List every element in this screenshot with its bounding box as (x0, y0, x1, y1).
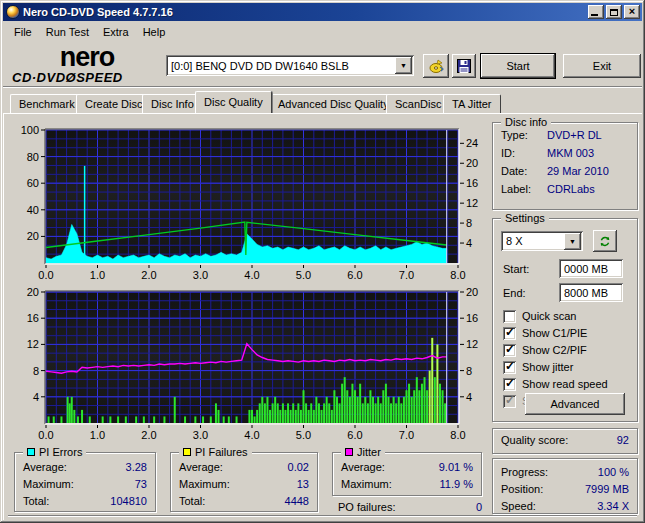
settings-group: Settings 8 X ▼ Start: 0000 MB End: 8000 … (492, 218, 638, 422)
svg-text:8.0: 8.0 (450, 269, 465, 281)
minimize-icon (591, 14, 598, 16)
menu-file[interactable]: File (7, 24, 39, 40)
scan-speed-select[interactable]: 8 X ▼ (501, 231, 583, 251)
stat-row: Average:3.28 (23, 461, 147, 473)
end-field[interactable]: 8000 MB (559, 283, 623, 302)
title-bar: Nero CD-DVD Speed 4.7.7.16 × (3, 3, 642, 21)
tab-advanced-disc-quality[interactable]: Advanced Disc Quality (269, 94, 398, 113)
tab-scandisc[interactable]: ScanDisc (386, 94, 450, 113)
stat-row: Maximum:11.9 % (341, 478, 473, 490)
svg-text:7.0: 7.0 (399, 429, 414, 441)
refresh-icon (599, 235, 611, 248)
drive-select[interactable]: [0:0] BENQ DVD DD DW1640 BSLB ▼ (166, 55, 414, 76)
tab-benchmark[interactable]: Benchmark (10, 94, 84, 113)
svg-text:6.0: 6.0 (347, 429, 362, 441)
po-failures-row: PO failures: 0 (338, 501, 482, 513)
svg-text:4.0: 4.0 (244, 429, 259, 441)
svg-text:20: 20 (466, 286, 478, 298)
menu-extra[interactable]: Extra (96, 24, 136, 40)
disc-info-group: Disc info Type:DVD+R DL ID:MKM 003 Date:… (492, 122, 638, 210)
checkbox-icon (503, 327, 516, 340)
scan-speed-value: 8 X (501, 235, 564, 247)
svg-text:1.0: 1.0 (90, 269, 105, 281)
stat-row: Average:9.01 % (341, 461, 473, 473)
tab-disc-quality[interactable]: Disc Quality (195, 91, 272, 113)
stat-row: Average:0.02 (179, 461, 309, 473)
progress-row: Position:7999 MB (501, 483, 629, 495)
app-icon (6, 5, 20, 19)
checkbox-icon (503, 344, 516, 357)
svg-text:20: 20 (27, 230, 39, 242)
start-button[interactable]: Start (481, 54, 555, 78)
svg-text:80: 80 (27, 151, 39, 163)
start-field[interactable]: 0000 MB (559, 259, 623, 278)
eject-disc-button[interactable] (423, 54, 449, 78)
disc-info-title: Disc info (505, 116, 547, 128)
svg-text:3.0: 3.0 (193, 269, 208, 281)
checkbox-show-jitter[interactable]: Show jitter (503, 360, 573, 374)
checkbox-show-c2-pif[interactable]: Show C2/PIF (503, 343, 587, 357)
svg-text:2.0: 2.0 (141, 269, 156, 281)
svg-text:20: 20 (27, 286, 39, 298)
tab-ta-jitter[interactable]: TA Jitter (443, 94, 501, 113)
svg-text:2.0: 2.0 (141, 429, 156, 441)
minimize-button[interactable] (588, 5, 604, 19)
scan-speed-arrow[interactable]: ▼ (564, 233, 581, 250)
tab-create-disc[interactable]: Create Disc (76, 94, 151, 113)
svg-text:12: 12 (466, 197, 478, 209)
chevron-down-icon: ▼ (569, 238, 576, 245)
svg-text:3.0: 3.0 (193, 429, 208, 441)
close-icon: × (629, 6, 635, 17)
bottom-separator (8, 515, 637, 517)
pi-failures-legend-swatch (183, 448, 191, 456)
disc-info-row: Date:29 Mar 2010 (501, 165, 629, 177)
close-button[interactable]: × (624, 5, 640, 19)
tab-disc-info[interactable]: Disc Info (142, 94, 203, 113)
tab-strip: Benchmark Create Disc Disc Info Disc Qua… (8, 91, 642, 113)
svg-text:4: 4 (33, 391, 39, 403)
stat-row: Maximum:13 (179, 478, 309, 490)
stat-row: Total:104810 (23, 495, 147, 507)
save-icon (457, 59, 471, 73)
checkbox-show-read-speed[interactable]: Show read speed (503, 377, 608, 391)
svg-text:16: 16 (466, 312, 478, 324)
svg-text:8: 8 (33, 365, 39, 377)
disc-eject-icon (428, 58, 445, 75)
svg-text:8: 8 (466, 365, 472, 377)
maximize-button[interactable] (606, 5, 622, 19)
checkbox-quick-scan[interactable]: Quick scan (503, 309, 576, 323)
exit-button[interactable]: Exit (563, 54, 641, 78)
progress-row: Speed:3.34 X (501, 500, 629, 512)
end-field-label: End: (503, 287, 526, 299)
svg-text:24: 24 (466, 137, 478, 149)
menu-help[interactable]: Help (136, 24, 173, 40)
pi-errors-chart: 2040608010048121620240.01.02.03.04.05.06… (10, 117, 486, 281)
svg-text:7.0: 7.0 (399, 269, 414, 281)
checkbox-icon (503, 395, 516, 408)
save-button[interactable] (452, 54, 476, 78)
svg-text:16: 16 (27, 312, 39, 324)
drive-select-arrow[interactable]: ▼ (395, 57, 412, 74)
refresh-button[interactable] (593, 230, 617, 252)
quality-score-value: 92 (617, 434, 629, 446)
advanced-button[interactable]: Advanced (525, 393, 625, 415)
svg-text:40: 40 (27, 204, 39, 216)
progress-panel: Progress:100 % Position:7999 MB Speed:3.… (492, 458, 638, 514)
svg-text:4.0: 4.0 (244, 269, 259, 281)
settings-title: Settings (505, 212, 545, 224)
checkbox-show-c1-pie[interactable]: Show C1/PIE (503, 326, 587, 340)
svg-text:60: 60 (27, 177, 39, 189)
maximize-icon (610, 9, 618, 16)
menu-run-test[interactable]: Run Test (39, 24, 96, 40)
menu-bar: File Run Test Extra Help (3, 22, 642, 41)
window-title: Nero CD-DVD Speed 4.7.7.16 (23, 6, 586, 18)
svg-text:5.0: 5.0 (296, 269, 311, 281)
jitter-legend-swatch (345, 448, 353, 456)
pi-failures-group: PI Failures Average:0.02 Maximum:13 Tota… (170, 452, 318, 512)
svg-text:1.0: 1.0 (90, 429, 105, 441)
app-window: Nero CD-DVD Speed 4.7.7.16 × File Run Te… (0, 0, 645, 523)
progress-row: Progress:100 % (501, 466, 629, 478)
start-field-label: Start: (503, 263, 529, 275)
svg-text:16: 16 (466, 177, 478, 189)
quality-score-label: Quality score: (501, 434, 568, 446)
